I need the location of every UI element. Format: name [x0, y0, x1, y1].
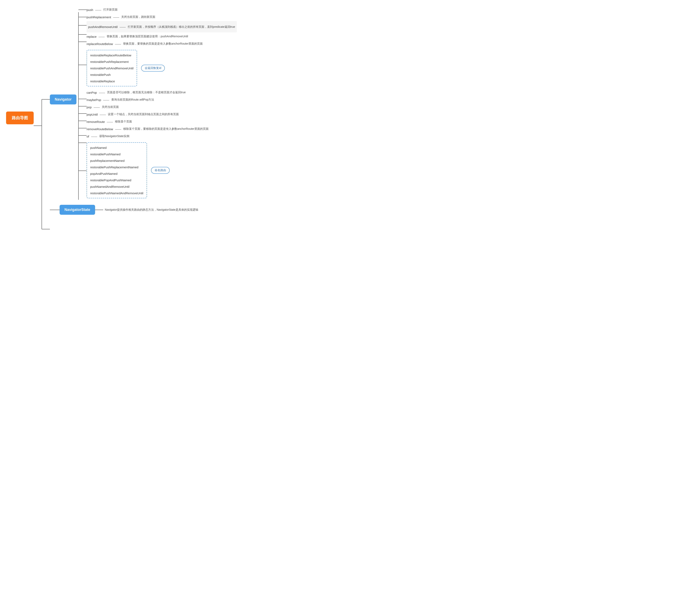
- group2-item-4: restorablePushReplacementNamed: [90, 164, 143, 170]
- group2-item-7: pushNamedAndRemoveUntil: [90, 183, 143, 190]
- navigator-node-wrapper: Navigator: [50, 95, 76, 104]
- group2-item-6: restorablePopAndPushNamed: [90, 177, 143, 183]
- group1-item-1: restorableReplaceRouteBelow: [90, 52, 133, 58]
- dashed-group-1-wrapper: restorableReplaceRouteBelow restorablePu…: [86, 49, 237, 87]
- group2-item-8: restorablePushNamedAndRemoveUntil: [90, 190, 143, 196]
- navigator-branch: Navigator: [50, 6, 237, 201]
- group1-item-4: restorablePush: [90, 71, 133, 78]
- navigatorstate-node: NavigatorState: [59, 205, 95, 215]
- navigator-items-wrapper: push —— 打开新页面 pushReplacement —— 关闭当前页面，…: [76, 6, 237, 201]
- group1-item-3: restorablePushAndRemoveUntil: [90, 65, 133, 71]
- item-pushReplacement: pushReplacement —— 关闭当前页面，跳转新页面: [86, 14, 237, 21]
- root-node: 路由导图: [6, 111, 34, 124]
- dashed-group-1-label: 会返回恢复id: [141, 65, 165, 72]
- item-canPop: canPop —— 页面是否可以移除，根页面无法移除：不是根页面才会返回true: [86, 89, 237, 96]
- dashed-group-2-label: 命名路由: [151, 167, 170, 174]
- item-pushAndRemoveUntil: pushAndRemoveUntil —— 打开新页面，并按顺序（从栈顶到栈底）…: [86, 21, 237, 32]
- navigatorstate-hline: [50, 210, 59, 210]
- group2-item-2: restorablePushNamed: [90, 151, 143, 157]
- navigatorstate-branch: NavigatorState Navigator提供操作相关路由的静态方法，Na…: [50, 205, 237, 215]
- item-removeRouteBelow: removeRouteBelow —— 移除某个页面，要移除的页面是是传入参数a…: [86, 125, 237, 133]
- navigatorstate-hline2: [95, 210, 103, 210]
- group1-item-5: restorableReplace: [90, 78, 133, 84]
- main-connector-svg: [34, 6, 50, 245]
- item-push: push —— 打开新页面: [86, 6, 237, 14]
- group2-item-3: pushReplacementNamed: [90, 157, 143, 164]
- group2-item-1: pushNamed: [90, 144, 143, 151]
- navigatorstate-desc: Navigator提供操作相关路由的静态方法，NavigatorState是具体…: [105, 208, 198, 212]
- dashed-group-2-wrapper: pushNamed restorablePushNamed pushReplac…: [86, 142, 237, 199]
- dashed-group-1: restorableReplaceRouteBelow restorablePu…: [86, 50, 137, 86]
- item-removeRoute: removeRoute —— 移除某个页面: [86, 118, 237, 125]
- item-popUntil: popUntil —— 设置一个锚点，关闭当前页面到锚点页面之间的所有页面: [86, 111, 237, 118]
- item-replaceRouteBelow: replaceRouteBelow —— 替换页面，要替换的页面是是传入参数an…: [86, 40, 237, 47]
- item-replace: replace —— 替换页面，如果要替换顶层页面建议使用：pushAndRem…: [86, 33, 237, 40]
- group1-item-2: restorablePushReplacement: [90, 58, 133, 65]
- mind-map: 路由导图 Navigator: [6, 6, 694, 245]
- dashed-group-2: pushNamed restorablePushNamed pushReplac…: [86, 142, 147, 198]
- right-branches: Navigator: [50, 6, 237, 221]
- nav-items-panel: push —— 打开新页面 pushReplacement —— 关闭当前页面，…: [86, 6, 237, 199]
- group2-item-5: popAndPushNamed: [90, 170, 143, 177]
- item-pop: pop —— 关闭当前页面: [86, 103, 237, 111]
- item-of: of —— 获取NavigatorState实例: [86, 133, 237, 140]
- item-maybePop: maybePop —— 查询当前页面的Route.willPop方法: [86, 96, 237, 103]
- navigator-node: Navigator: [50, 95, 76, 104]
